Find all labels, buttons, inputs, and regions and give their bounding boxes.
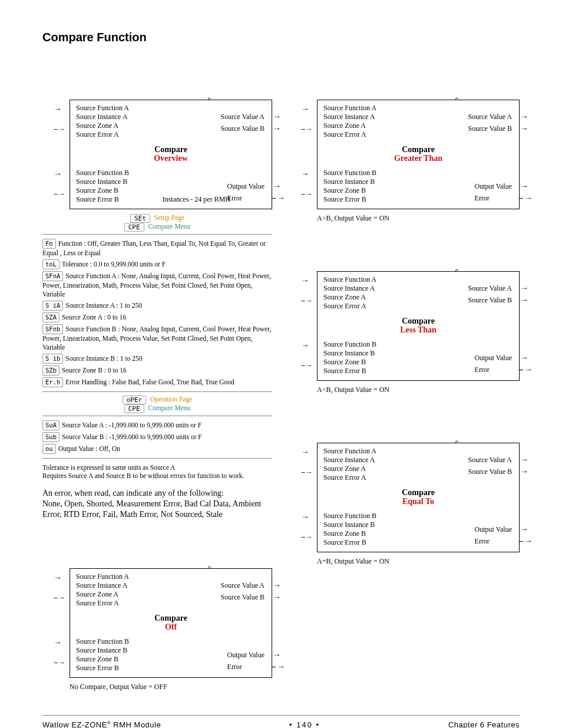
operation-page-header: oPEr Operation Page CPE Compare Menu (42, 396, 272, 413)
right-vals-a: Source Value A Source Value B (221, 111, 265, 134)
diagram-title: Compare Overview (70, 144, 272, 165)
footer-right: Chapter 6 Features (448, 720, 520, 728)
left-arrows-icon (54, 169, 65, 199)
page-title: Compare Function (42, 31, 520, 44)
compare-menu-seg: CPE (124, 404, 144, 413)
error-paragraph: An error, when read, can indicate any of… (42, 488, 272, 520)
right-out-vals: Output Value Error (227, 180, 265, 204)
left-arrows-icon (54, 104, 65, 134)
compare-menu-seg: CPE (124, 223, 144, 232)
caption-lt: A<B, Output Value = ON (317, 386, 520, 394)
oper-param-box: SuASource Value A : -1,999.000 to 9,999.… (42, 416, 272, 459)
footer-page-number: • 140 • (289, 720, 320, 728)
caption-eq: A=B, Output Value = ON (317, 557, 520, 566)
diagram-overview: Error Handling Tolerance Function Source… (70, 100, 272, 209)
oper-seg: oPEr (123, 396, 147, 404)
diagram-off: Error Handling Tolerance Function Source… (70, 568, 272, 678)
setup-param-box: FnFunction : Off, Greater Than, Less Tha… (42, 234, 272, 392)
diagram-greater-than: Error Handling Tolerance Function Source… (317, 100, 520, 209)
tolerance-notes: Tolerance is expressed in same units as … (42, 463, 272, 480)
diagram-less-than: Error Handling Tolerance Function Source… (317, 271, 520, 381)
caption-gt: A>B, Output Value = ON (317, 214, 520, 223)
setup-seg: SEt (130, 214, 150, 223)
page-footer: Watlow EZ-ZONE® RMH Module • 140 • Chapt… (42, 715, 520, 728)
instances-note: Instances - 24 per RMH (163, 195, 230, 204)
footer-left: Watlow EZ-ZONE® RMH Module (42, 720, 161, 728)
setup-page-header: SEt Setup Page CPE Compare Menu (42, 214, 272, 232)
caption-off: No Compare, Output Value = OFF (70, 683, 272, 691)
diagram-equal-to: Error Handling Tolerance Function Source… (317, 443, 520, 552)
